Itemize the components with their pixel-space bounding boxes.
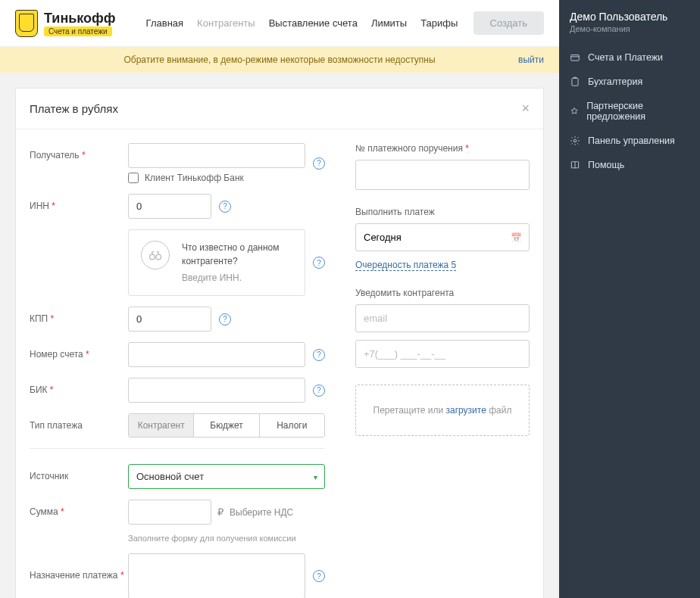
card-title: Платеж в рублях xyxy=(30,102,118,115)
sidebar-item-label: Бухгалтерия xyxy=(588,76,642,87)
help-icon[interactable]: ? xyxy=(313,349,325,361)
top-nav: Главная Контрагенты Выставление счета Ли… xyxy=(146,17,458,29)
client-checkbox-label: Клиент Тинькофф Банк xyxy=(145,173,244,183)
info-title: Что известно о данном контрагенте? xyxy=(182,241,292,268)
svg-point-1 xyxy=(156,254,161,260)
logo-shield-icon xyxy=(15,10,38,37)
star-icon xyxy=(570,106,579,117)
inn-label: ИНН xyxy=(30,201,49,211)
help-icon[interactable]: ? xyxy=(313,570,325,582)
source-label: Источник xyxy=(30,471,68,481)
upload-tail: файл xyxy=(489,405,511,416)
wallet-icon xyxy=(570,52,580,63)
sidebar-item-help[interactable]: Помощь xyxy=(559,153,700,177)
sidebar-item-accounting[interactable]: Бухгалтерия xyxy=(559,70,700,94)
execute-date-input[interactable] xyxy=(355,223,530,251)
sidebar-item-label: Партнерские предложения xyxy=(586,101,689,122)
purpose-textarea[interactable] xyxy=(128,553,305,598)
header: Тинькофф Счета и платежи Главная Контраг… xyxy=(0,0,559,47)
info-sub: Введите ИНН. xyxy=(182,271,292,285)
contractor-info-box: Что известно о данном контрагенте? Введи… xyxy=(128,229,305,296)
fee-note: Заполните форму для получения комиссии xyxy=(128,534,296,543)
bik-label: БИК xyxy=(30,385,48,395)
tab-budget[interactable]: Бюджет xyxy=(193,414,258,437)
nav-limits[interactable]: Лимиты xyxy=(371,17,407,29)
nav-tariffs[interactable]: Тарифы xyxy=(420,17,458,29)
inn-input[interactable] xyxy=(128,194,211,219)
svg-point-0 xyxy=(150,254,155,260)
help-icon[interactable]: ? xyxy=(313,157,325,170)
payment-type-label: Тип платежа xyxy=(30,420,83,431)
amount-label: Сумма xyxy=(30,506,58,517)
kpp-input[interactable] xyxy=(128,307,211,332)
file-upload-dropzone[interactable]: Перетащите или загрузите файл xyxy=(355,385,530,436)
logo[interactable]: Тинькофф Счета и платежи xyxy=(15,10,116,37)
notify-email-input[interactable] xyxy=(355,304,530,332)
book-icon xyxy=(570,160,580,170)
order-number-input[interactable] xyxy=(355,160,530,190)
sidebar-item-control[interactable]: Панель управления xyxy=(559,129,700,153)
nav-main[interactable]: Главная xyxy=(146,17,183,29)
recipient-input[interactable] xyxy=(128,143,305,168)
payment-type-tabs: Контрагент Бюджет Налоги xyxy=(128,413,325,438)
help-icon[interactable]: ? xyxy=(219,313,231,325)
sidebar-item-label: Панель управления xyxy=(588,135,675,146)
help-icon[interactable]: ? xyxy=(313,257,325,269)
sidebar-user: Демо Пользователь xyxy=(570,11,689,23)
bik-input[interactable] xyxy=(128,378,305,403)
sidebar-item-accounts[interactable]: Счета и Платежи xyxy=(559,45,700,70)
svg-rect-3 xyxy=(572,78,578,86)
sidebar-company: Демо-компания xyxy=(570,24,689,33)
right-sidebar: Демо Пользователь Демо-компания Счета и … xyxy=(559,0,700,598)
help-icon[interactable]: ? xyxy=(219,201,231,213)
brand-sub: Счета и платежи xyxy=(44,26,112,36)
clipboard-icon xyxy=(570,76,580,87)
upload-link[interactable]: загрузите xyxy=(446,405,486,416)
brand-name: Тинькофф xyxy=(44,11,116,26)
execute-label: Выполнить платеж xyxy=(355,207,530,217)
priority-link[interactable]: Очередность платежа 5 xyxy=(355,260,456,271)
svg-point-4 xyxy=(573,139,577,142)
nds-select[interactable]: Выберите НДС xyxy=(230,507,293,518)
account-label: Номер счета xyxy=(30,349,83,360)
sidebar-item-label: Счета и Платежи xyxy=(588,52,663,63)
exit-link[interactable]: выйти xyxy=(518,55,544,65)
client-checkbox[interactable] xyxy=(128,173,139,183)
binoculars-icon xyxy=(141,241,170,269)
close-icon[interactable]: × xyxy=(521,101,530,117)
svg-rect-2 xyxy=(571,55,580,61)
account-input[interactable] xyxy=(128,342,305,367)
kpp-label: КПП xyxy=(30,313,48,324)
help-icon[interactable]: ? xyxy=(313,385,325,397)
demo-banner: Обратите внимание, в демо-режиме некотор… xyxy=(0,47,559,73)
gear-icon xyxy=(570,135,580,146)
order-number-label: № платежного поручения xyxy=(355,143,463,154)
amount-input[interactable] xyxy=(128,500,211,525)
banner-text: Обратите внимание, в демо-режиме некотор… xyxy=(123,55,435,65)
recipient-label: Получатель xyxy=(30,150,80,160)
tab-tax[interactable]: Налоги xyxy=(259,414,324,437)
notify-phone-input[interactable] xyxy=(355,340,530,368)
create-button[interactable]: Создать xyxy=(473,11,544,35)
sidebar-item-label: Помощь xyxy=(588,160,624,170)
purpose-label: Назначение платежа xyxy=(30,570,118,581)
tab-contractor[interactable]: Контрагент xyxy=(129,414,193,437)
payment-card: Платеж в рублях × Получатель * xyxy=(15,88,544,598)
ruble-symbol: ₽ xyxy=(217,506,223,518)
sidebar-item-partners[interactable]: Партнерские предложения xyxy=(559,94,700,129)
nav-billing[interactable]: Выставление счета xyxy=(269,17,358,29)
upload-text: Перетащите или xyxy=(373,405,444,416)
notify-label: Уведомить контрагента xyxy=(355,288,530,298)
source-select[interactable]: Основной счет xyxy=(128,464,325,489)
nav-contractors[interactable]: Контрагенты xyxy=(197,17,255,29)
